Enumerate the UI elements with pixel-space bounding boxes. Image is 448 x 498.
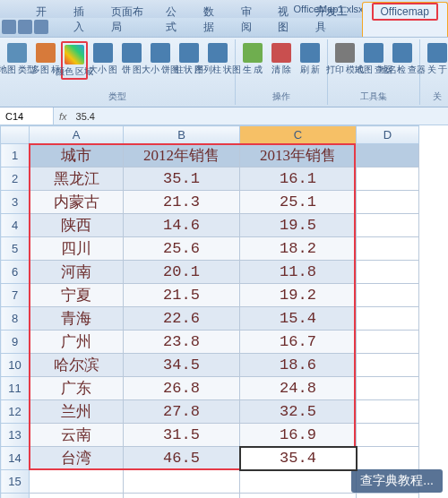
cell[interactable] (30, 470, 124, 494)
cell[interactable]: 31.5 (124, 424, 240, 447)
cell[interactable]: 21.5 (124, 284, 240, 307)
cell[interactable]: 18.2 (240, 237, 357, 261)
row-header[interactable]: 11 (1, 377, 30, 400)
ribbon-button[interactable]: 大小 饼图 (147, 41, 174, 76)
cell[interactable]: 内蒙古 (30, 191, 124, 214)
qat-undo-icon[interactable] (18, 20, 32, 34)
cell[interactable] (124, 494, 240, 499)
cell[interactable]: 2012年销售 (124, 144, 240, 167)
column-header[interactable]: C (240, 126, 357, 144)
cell[interactable] (357, 237, 419, 261)
cell[interactable] (357, 377, 419, 400)
cell[interactable] (357, 167, 419, 191)
cell[interactable]: 34.5 (124, 354, 240, 377)
cell[interactable]: 台湾 (30, 447, 124, 470)
cell[interactable]: 20.1 (124, 261, 240, 284)
tab-审阅[interactable]: 审阅 (232, 2, 268, 37)
row-header[interactable]: 7 (1, 284, 30, 307)
cell[interactable] (357, 400, 419, 424)
cell[interactable]: 22.6 (124, 307, 240, 331)
row-header[interactable]: 6 (1, 261, 30, 284)
cell[interactable]: 四川 (30, 237, 124, 261)
cell[interactable]: 25.6 (124, 237, 240, 261)
row-header[interactable]: 9 (1, 331, 30, 354)
ribbon-button[interactable]: 刷 新 (297, 41, 323, 76)
cell[interactable]: 哈尔滨 (30, 354, 124, 377)
ribbon-button[interactable]: 地名检 查器 (389, 41, 416, 76)
worksheet[interactable]: ABCD1城市2012年销售2013年销售2黑龙江35.116.13内蒙古21.… (0, 125, 448, 498)
cell[interactable]: 广东 (30, 377, 124, 400)
row-header[interactable]: 8 (1, 307, 30, 331)
cell[interactable]: 陕西 (30, 214, 124, 237)
cell[interactable]: 16.9 (240, 424, 357, 447)
cell[interactable]: 河南 (30, 261, 124, 284)
cell[interactable]: 46.5 (124, 447, 240, 470)
cell[interactable] (357, 144, 419, 167)
cell[interactable]: 19.5 (240, 214, 357, 237)
cell[interactable]: 24.8 (240, 377, 357, 400)
qat-redo-icon[interactable] (34, 20, 48, 34)
ribbon-button[interactable]: 颜色 区域 (61, 41, 88, 80)
qat-save-icon[interactable] (2, 20, 16, 34)
cell[interactable] (30, 494, 124, 499)
row-header[interactable]: 16 (1, 494, 30, 499)
row-header[interactable]: 4 (1, 214, 30, 237)
cell[interactable]: 18.6 (240, 354, 357, 377)
ribbon-button[interactable]: 地图 类型 (4, 41, 30, 76)
cell[interactable]: 25.1 (240, 191, 357, 214)
cell[interactable] (357, 354, 419, 377)
ribbon-button[interactable]: 清 除 (268, 41, 295, 76)
row-header[interactable]: 15 (1, 470, 30, 494)
cell[interactable] (357, 191, 419, 214)
cell[interactable] (357, 284, 419, 307)
column-header[interactable]: D (357, 126, 419, 144)
tab-Officemap[interactable]: Officemap (362, 2, 448, 37)
cell[interactable]: 15.4 (240, 307, 357, 331)
cell[interactable]: 16.7 (240, 331, 357, 354)
tab-公式[interactable]: 公式 (157, 2, 193, 37)
formula-value[interactable]: 35.4 (73, 111, 99, 122)
row-header[interactable]: 14 (1, 447, 30, 470)
name-box[interactable]: C14 (0, 107, 54, 124)
tab-数据[interactable]: 数据 (194, 2, 230, 37)
cell[interactable]: 35.1 (124, 167, 240, 191)
row-header[interactable]: 12 (1, 400, 30, 424)
row-header[interactable]: 2 (1, 167, 30, 191)
row-header[interactable]: 3 (1, 191, 30, 214)
tab-插入[interactable]: 插入 (65, 2, 100, 37)
cell[interactable]: 黑龙江 (30, 167, 124, 191)
fx-icon[interactable]: fx (54, 111, 73, 122)
cell[interactable] (357, 214, 419, 237)
cell[interactable]: 27.8 (124, 400, 240, 424)
cell[interactable]: 青海 (30, 307, 124, 331)
ribbon-button[interactable]: 大小 图 (90, 41, 116, 76)
cell[interactable] (357, 494, 419, 499)
cell[interactable]: 26.8 (124, 377, 240, 400)
cell[interactable]: 城市 (30, 144, 124, 167)
cell[interactable]: 兰州 (30, 400, 124, 424)
ribbon-button[interactable]: 关 于 (424, 41, 448, 76)
cell[interactable]: 14.6 (124, 214, 240, 237)
ribbon-button[interactable]: 生 成 (239, 41, 266, 76)
cell[interactable] (240, 470, 357, 494)
cell[interactable]: 21.3 (124, 191, 240, 214)
column-header[interactable] (1, 126, 30, 144)
cell[interactable] (357, 447, 419, 470)
cell[interactable]: 35.4 (240, 447, 357, 470)
column-header[interactable]: B (124, 126, 240, 144)
column-header[interactable]: A (30, 126, 124, 144)
tab-页面布局[interactable]: 页面布局 (102, 2, 156, 37)
ribbon-button[interactable]: 序列柱 状图 (204, 41, 231, 76)
row-header[interactable]: 10 (1, 354, 30, 377)
cell[interactable]: 16.1 (240, 167, 357, 191)
cell[interactable] (357, 261, 419, 284)
grid[interactable]: ABCD1城市2012年销售2013年销售2黑龙江35.116.13内蒙古21.… (0, 125, 419, 498)
row-header[interactable]: 5 (1, 237, 30, 261)
cell[interactable]: 32.5 (240, 400, 357, 424)
cell[interactable]: 广州 (30, 331, 124, 354)
cell[interactable]: 11.8 (240, 261, 357, 284)
row-header[interactable]: 13 (1, 424, 30, 447)
tab-开发工具[interactable]: 开发工具 (306, 2, 360, 37)
cell[interactable] (357, 424, 419, 447)
cell[interactable] (357, 307, 419, 331)
